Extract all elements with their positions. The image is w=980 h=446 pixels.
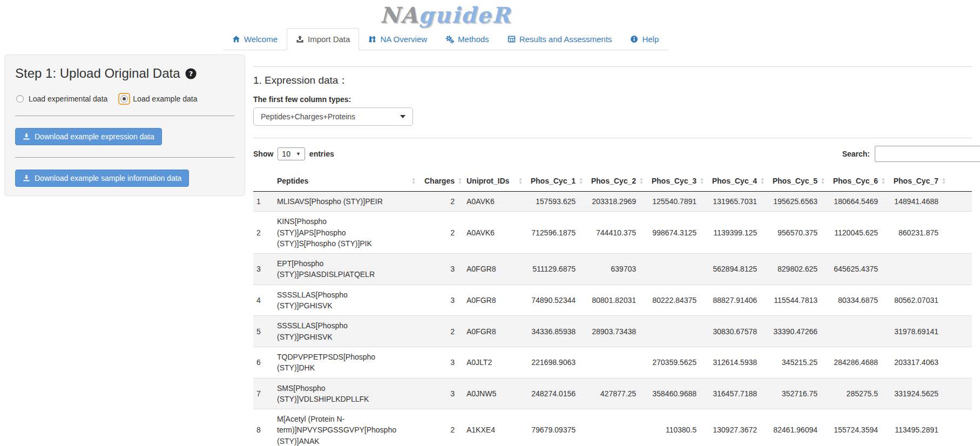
cell-charges: 3	[417, 347, 463, 378]
download-expression-button[interactable]: Download example expression data	[15, 128, 162, 145]
col-header-phos-cyc-6[interactable]: Phos_Cyc_6▲▼	[826, 171, 887, 192]
sort-arrows-icon: ▲▼	[518, 177, 523, 185]
gears-icon	[445, 35, 454, 44]
cell-value: 312614.5938	[705, 347, 766, 378]
cell-value: 74890.52344	[524, 285, 584, 316]
col-header-phos-cyc-1[interactable]: Phos_Cyc_1▲▼	[524, 171, 584, 192]
logo-text-guider: guideR	[418, 2, 511, 28]
radio-label: Load example data	[133, 94, 197, 103]
sort-arrows-icon: ▲▼	[639, 177, 644, 185]
tab-results-assessments[interactable]: Results and Assessments	[498, 28, 621, 50]
table-row[interactable]: 8M[Acetyl (Protein N- term)]NPVYSPGSSGVP…	[253, 409, 972, 446]
table-row[interactable]: 7SMS[Phospho (STY)]VDLSHIPLKDPLLFK3A0JNW…	[253, 378, 972, 409]
column-types-select[interactable]: Peptides+Charges+Proteins	[253, 107, 413, 126]
tab-welcome[interactable]: Welcome	[223, 28, 287, 50]
cell-value: 157593.625	[524, 192, 584, 212]
cell-uniprot: A1KXE4	[463, 409, 524, 446]
cell-value	[826, 316, 887, 347]
col-header-phos-cyc-2[interactable]: Phos_Cyc_2▲▼	[584, 171, 645, 192]
cell-peptide: SSSSLLAS[Phospho (STY)]PGHISVK	[274, 316, 417, 347]
show-label: Show	[253, 150, 273, 158]
search-input[interactable]	[875, 146, 980, 162]
cell-value: 195625.6563	[766, 192, 826, 212]
cell-value: 34336.85938	[524, 316, 584, 347]
cell-value: 31978.69141	[887, 316, 947, 347]
tab-methods[interactable]: Methods	[436, 28, 498, 50]
tab-label: Help	[642, 35, 659, 44]
chevron-down-icon	[400, 115, 405, 118]
table-row[interactable]: 2KINS[Phospho (STY)]APS[Phospho (STY)]S[…	[253, 212, 972, 254]
table-row[interactable]: 1MLISAVS[Phospho (STY)]PEIR2A0AVK6157593…	[253, 192, 972, 212]
entries-label: entries	[309, 150, 334, 158]
cell-uniprot: A0FGR8	[463, 254, 524, 285]
col-header-phos-cyc-5[interactable]: Phos_Cyc_5▲▼	[766, 171, 826, 192]
cell-charges: 2	[417, 192, 463, 212]
sort-arrows-icon: ▲▼	[458, 177, 462, 185]
col-header-phos-cyc-3[interactable]: Phos_Cyc_3▲▼	[645, 171, 705, 192]
cell-value: 79679.09375	[524, 409, 584, 446]
cell-filler	[947, 192, 972, 212]
cell-charges: 2	[417, 409, 463, 446]
cell-value: 28903.73438	[584, 316, 645, 347]
col-header-phos-cyc-7[interactable]: Phos_Cyc_7▲▼	[887, 171, 947, 192]
table-row[interactable]: 5SSSSLLAS[Phospho (STY)]PGHISVK2A0FGR834…	[253, 316, 972, 347]
col-header-uniprot-ids[interactable]: Uniprot_IDs▲▼	[463, 171, 524, 192]
col-header-filler	[947, 171, 972, 192]
cell-value: 80222.84375	[645, 285, 705, 316]
page-length-select[interactable]: 10 ▼	[278, 147, 305, 160]
cell-value: 203317.4063	[887, 347, 947, 378]
cell-value: 270359.5625	[645, 347, 705, 378]
cell-value: 180664.5469	[826, 192, 887, 212]
cell-value: 30830.67578	[705, 316, 766, 347]
cell-value: 115544.7813	[766, 285, 826, 316]
tab-help[interactable]: Help	[621, 28, 668, 50]
col-header-rownum[interactable]	[253, 171, 274, 192]
cell-value: 155724.3594	[826, 409, 887, 446]
download-sample-info-button[interactable]: Download example sample information data	[15, 170, 189, 187]
col-header-peptides[interactable]: Peptides▲▼	[274, 171, 417, 192]
cell-value: 1139399.125	[705, 212, 766, 254]
page-header: NAguideR Welcome Import Data NA Overview…	[0, 0, 891, 50]
cell-rownum: 8	[253, 409, 274, 446]
cell-uniprot: A0AVK6	[463, 212, 524, 254]
cell-value: 645625.4375	[826, 254, 887, 285]
expression-data-table: Peptides▲▼ Charges▲▼ Uniprot_IDs▲▼ Phos_…	[253, 171, 972, 446]
table-header: Peptides▲▼ Charges▲▼ Uniprot_IDs▲▼ Phos_…	[253, 171, 972, 192]
search-control: Search:	[842, 146, 980, 162]
cell-peptide: SSSSLLAS[Phospho (STY)]PGHISVK	[274, 285, 417, 316]
cell-value: 203318.2969	[584, 192, 645, 212]
table-row[interactable]: 3EPT[Phospho (STY)]PSIASDISLPIATQELR3A0F…	[253, 254, 972, 285]
search-label: Search:	[842, 150, 870, 158]
cell-value: 80562.07031	[887, 285, 947, 316]
tab-label: Import Data	[308, 35, 350, 44]
column-types-label: The first few column types:	[253, 95, 972, 104]
cell-value	[645, 316, 705, 347]
cell-charges: 2	[417, 316, 463, 347]
cell-rownum: 7	[253, 378, 274, 409]
cell-rownum: 3	[253, 254, 274, 285]
divider	[15, 157, 234, 158]
sort-arrows-icon: ▲▼	[821, 177, 825, 185]
tab-import-data[interactable]: Import Data	[287, 28, 359, 50]
cell-value: 88827.91406	[705, 285, 766, 316]
cell-value: 860231.875	[887, 212, 947, 254]
cell-value: 358460.9688	[645, 378, 705, 409]
cell-rownum: 6	[253, 347, 274, 378]
cell-uniprot: A0JLT2	[463, 347, 524, 378]
help-question-icon[interactable]: ?	[185, 68, 197, 79]
tab-bar: Welcome Import Data NA Overview Methods …	[0, 28, 891, 50]
table-row[interactable]: 6TQDPVPPETPSDS[Phospho (STY)]DHK3A0JLT22…	[253, 347, 972, 378]
radio-load-experimental[interactable]: Load experimental data	[15, 94, 107, 104]
col-header-charges[interactable]: Charges▲▼	[417, 171, 463, 192]
cell-peptide: MLISAVS[Phospho (STY)]PEIR	[274, 192, 417, 212]
cell-value: 1120045.625	[826, 212, 887, 254]
cell-value	[887, 254, 947, 285]
chevron-down-icon: ▼	[296, 151, 301, 157]
col-header-phos-cyc-4[interactable]: Phos_Cyc_4▲▼	[705, 171, 766, 192]
cell-value: 712596.1875	[524, 212, 584, 254]
tab-na-overview[interactable]: NA Overview	[359, 28, 436, 50]
cell-peptide: M[Acetyl (Protein N- term)]NPVYSPGSSGVPY…	[274, 409, 417, 446]
radio-load-example[interactable]: Load example data	[119, 94, 197, 104]
table-row[interactable]: 4SSSSLLAS[Phospho (STY)]PGHISVK3A0FGR874…	[253, 285, 972, 316]
cell-value: 345215.25	[766, 347, 826, 378]
